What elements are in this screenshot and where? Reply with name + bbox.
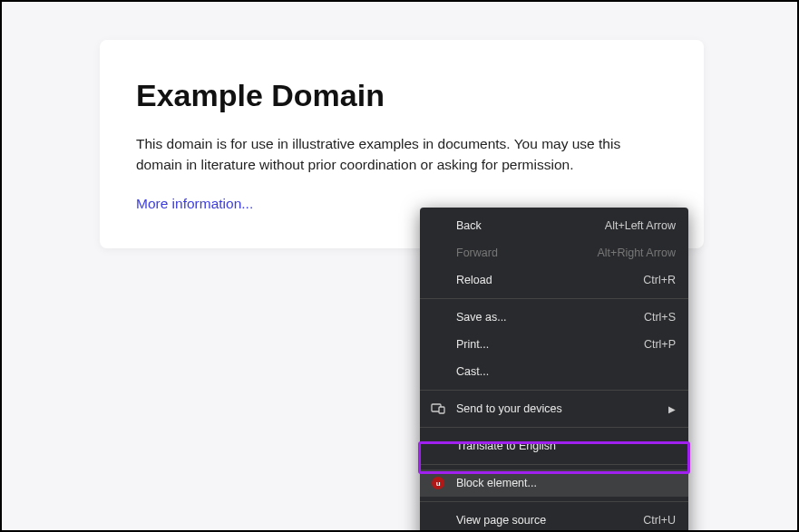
page-body: This domain is for use in illustrative e… xyxy=(136,133,667,176)
menu-save-as[interactable]: Save as... Ctrl+S xyxy=(420,304,688,331)
menu-translate[interactable]: Translate to English xyxy=(420,432,688,459)
menu-label: Reload xyxy=(456,274,643,286)
menu-separator xyxy=(420,298,688,299)
menu-shortcut: Ctrl+U xyxy=(643,514,676,527)
menu-reload[interactable]: Reload Ctrl+R xyxy=(420,266,688,294)
menu-shortcut: Ctrl+R xyxy=(643,274,676,286)
menu-label: Back xyxy=(456,219,605,232)
menu-shortcut: Alt+Right Arrow xyxy=(598,247,677,259)
menu-label: Cast... xyxy=(456,365,676,378)
menu-block-element[interactable]: u Block element... xyxy=(420,469,688,497)
menu-label: Send to your devices xyxy=(456,402,661,415)
menu-separator xyxy=(420,390,688,391)
menu-label: Save as... xyxy=(456,311,644,324)
menu-send-to-devices[interactable]: Send to your devices ▶ xyxy=(420,395,688,422)
menu-view-source[interactable]: View page source Ctrl+U xyxy=(420,507,688,532)
menu-label: Print... xyxy=(456,338,644,351)
menu-separator xyxy=(420,501,688,502)
menu-separator xyxy=(420,427,688,428)
page-title: Example Domain xyxy=(136,78,667,113)
menu-label: Forward xyxy=(456,247,598,259)
menu-back[interactable]: Back Alt+Left Arrow xyxy=(420,212,688,239)
menu-forward: Forward Alt+Right Arrow xyxy=(420,239,688,266)
menu-label: View page source xyxy=(456,514,643,527)
menu-print[interactable]: Print... Ctrl+P xyxy=(420,331,688,358)
more-info-link[interactable]: More information... xyxy=(136,196,253,211)
menu-shortcut: Ctrl+S xyxy=(644,311,676,324)
ublock-icon: u xyxy=(431,476,445,490)
menu-label: Block element... xyxy=(456,477,676,489)
context-menu: Back Alt+Left Arrow Forward Alt+Right Ar… xyxy=(420,208,688,532)
menu-separator xyxy=(420,464,688,465)
devices-icon xyxy=(431,401,445,416)
menu-shortcut: Ctrl+P xyxy=(644,338,676,351)
svg-rect-1 xyxy=(439,407,444,413)
menu-label: Translate to English xyxy=(456,440,676,452)
submenu-arrow-icon: ▶ xyxy=(668,404,676,414)
menu-shortcut: Alt+Left Arrow xyxy=(605,219,676,232)
menu-cast[interactable]: Cast... xyxy=(420,358,688,385)
